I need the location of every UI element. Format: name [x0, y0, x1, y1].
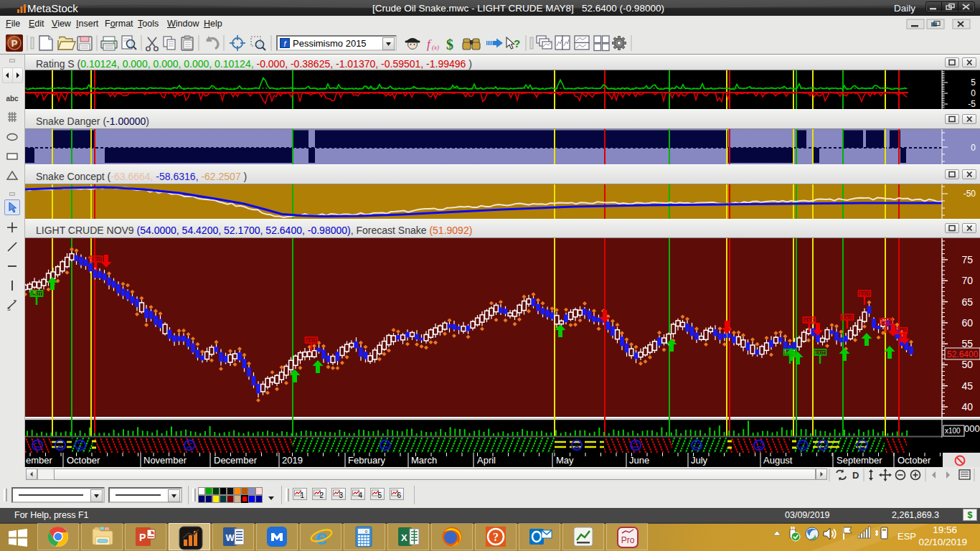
svg-text:EXIT: EXIT: [91, 257, 101, 262]
svg-text:October: October: [67, 455, 100, 466]
svg-text:P: P: [139, 532, 146, 543]
svg-text:?: ?: [493, 531, 499, 543]
svg-text:EXIT: EXIT: [896, 329, 906, 334]
svg-text:February: February: [348, 455, 386, 466]
svg-text:0: 0: [971, 88, 976, 98]
svg-text:June: June: [629, 455, 649, 466]
svg-text:Pro: Pro: [621, 535, 635, 545]
svg-text:EXIT: EXIT: [306, 338, 316, 343]
svg-text:W: W: [226, 532, 235, 543]
svg-text:5: 5: [378, 491, 382, 499]
svg-text:45: 45: [961, 380, 973, 392]
svg-text:-50: -50: [963, 189, 976, 199]
svg-text:December: December: [214, 455, 258, 466]
svg-text:3: 3: [339, 491, 344, 499]
svg-text:September: September: [837, 455, 882, 466]
svg-text:x100: x100: [945, 427, 961, 435]
svg-text:4: 4: [359, 491, 363, 499]
svg-text:(x): (x): [432, 44, 439, 51]
svg-text:-5: -5: [968, 99, 976, 109]
svg-text:EXIT: EXIT: [785, 350, 795, 355]
svg-text:0: 0: [971, 143, 976, 153]
svg-text:April: April: [477, 455, 496, 466]
svg-text:ember: ember: [26, 455, 53, 466]
svg-text:2019: 2019: [282, 455, 303, 466]
svg-text:November: November: [143, 455, 187, 466]
svg-text:6: 6: [397, 491, 402, 499]
svg-text:S: S: [7, 306, 11, 311]
svg-text:July: July: [691, 455, 708, 466]
svg-text:EXIT: EXIT: [32, 291, 42, 296]
svg-text:65: 65: [961, 296, 973, 308]
svg-text:October: October: [897, 455, 931, 466]
svg-text:EXIT: EXIT: [859, 291, 870, 296]
svg-text:EXIT: EXIT: [815, 350, 825, 355]
svg-text:EXIT: EXIT: [804, 318, 814, 323]
svg-text:f: f: [427, 37, 432, 51]
svg-text:$: $: [446, 37, 453, 52]
svg-text:EXIT: EXIT: [842, 315, 852, 320]
svg-text:40: 40: [961, 401, 973, 413]
svg-text:EXIT: EXIT: [881, 319, 891, 324]
svg-text:50: 50: [961, 359, 973, 370]
svg-text:May: May: [556, 455, 574, 466]
svg-text:?: ?: [514, 37, 520, 50]
svg-text:60: 60: [961, 317, 973, 329]
svg-text:75: 75: [961, 254, 973, 265]
svg-text:000: 000: [964, 423, 980, 434]
svg-text:2: 2: [320, 491, 324, 499]
svg-text:1: 1: [301, 491, 305, 499]
svg-text:D: D: [852, 470, 859, 481]
svg-text:5: 5: [971, 77, 976, 88]
svg-text:52.6400: 52.6400: [947, 349, 979, 359]
svg-text:X: X: [401, 532, 407, 543]
svg-text:70: 70: [961, 275, 973, 286]
svg-text:March: March: [411, 455, 437, 466]
svg-text:August: August: [763, 455, 793, 466]
svg-text:P: P: [11, 38, 18, 49]
